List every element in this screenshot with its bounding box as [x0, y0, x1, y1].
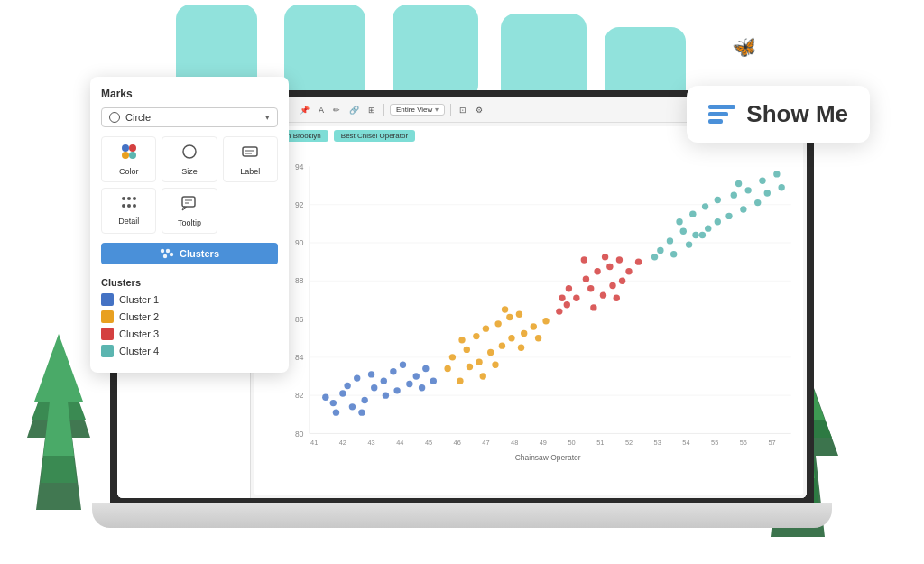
svg-point-86 [502, 306, 508, 312]
svg-point-121 [651, 254, 658, 260]
svg-point-130 [778, 184, 784, 190]
marks-detail-btn[interactable]: Detail [101, 188, 156, 234]
svg-text:86: 86 [295, 315, 304, 324]
svg-text:56: 56 [740, 439, 747, 447]
toolbar-grid[interactable]: ⊞ [365, 105, 378, 116]
svg-point-79 [444, 365, 450, 372]
svg-point-52 [383, 392, 389, 398]
toolbar-sep-1 [291, 104, 291, 116]
svg-point-125 [754, 199, 761, 206]
svg-text:94: 94 [295, 162, 304, 171]
svg-text:88: 88 [295, 276, 304, 285]
svg-point-143 [122, 204, 125, 208]
svg-text:55: 55 [711, 439, 718, 447]
svg-point-99 [566, 285, 572, 291]
svg-text:46: 46 [454, 439, 461, 447]
toolbar-fit[interactable]: ⊡ [457, 105, 469, 116]
svg-point-116 [702, 203, 708, 209]
svg-text:84: 84 [295, 353, 304, 362]
marks-tooltip-label: Tooltip [178, 218, 201, 227]
marks-circle-icon [109, 112, 120, 123]
svg-point-66 [449, 354, 456, 360]
toolbar-settings[interactable]: ⚙ [473, 105, 485, 116]
svg-text:43: 43 [367, 439, 374, 447]
toolbar-link[interactable]: 🔗 [346, 105, 362, 116]
svg-point-74 [508, 335, 514, 341]
svg-point-110 [657, 247, 663, 254]
svg-text:51: 51 [596, 439, 604, 447]
tree-left [18, 329, 99, 510]
svg-point-87 [457, 378, 463, 384]
marks-color-btn[interactable]: Color [101, 136, 156, 182]
svg-point-70 [487, 349, 494, 356]
svg-point-113 [705, 225, 711, 231]
svg-point-83 [535, 335, 541, 341]
svg-point-97 [606, 264, 613, 270]
clusters-legend-title: Clusters [101, 277, 278, 288]
cluster-4-label: Cluster 4 [119, 346, 159, 356]
svg-point-63 [400, 362, 406, 368]
marks-detail-label: Detail [118, 217, 139, 226]
cluster-4-swatch [101, 345, 114, 357]
svg-text:44: 44 [396, 439, 403, 447]
marks-panel-title: Marks [101, 88, 278, 100]
svg-rect-146 [182, 197, 195, 207]
svg-point-111 [692, 232, 698, 238]
svg-point-46 [339, 390, 346, 396]
svg-point-45 [330, 400, 337, 406]
bg-bar-3 [393, 5, 478, 99]
svg-point-134 [122, 152, 129, 159]
marks-type-dropdown[interactable]: Circle ▾ [101, 107, 278, 127]
svg-point-82 [518, 345, 524, 351]
toolbar-pin[interactable]: 📌 [297, 105, 312, 116]
svg-point-150 [161, 249, 164, 253]
svg-point-56 [406, 381, 412, 387]
svg-point-151 [166, 249, 170, 253]
clusters-button[interactable]: Clusters [101, 243, 278, 264]
svg-point-142 [133, 197, 136, 200]
cluster-2-swatch [101, 310, 114, 323]
marks-buttons-grid: Color Size Label [101, 136, 278, 234]
svg-text:53: 53 [654, 439, 661, 447]
svg-point-50 [354, 374, 360, 381]
view-dropdown[interactable]: Entire View ▾ [390, 104, 445, 116]
svg-point-145 [133, 204, 136, 208]
cluster-3-swatch [101, 328, 114, 340]
show-me-icon [708, 105, 735, 124]
svg-point-105 [602, 254, 608, 260]
svg-point-106 [581, 256, 587, 263]
svg-text:90: 90 [295, 238, 304, 247]
svg-point-88 [480, 373, 486, 379]
marks-size-label: Size [181, 167, 198, 176]
svg-point-92 [600, 291, 606, 298]
svg-point-84 [542, 318, 549, 324]
laptop-base [92, 503, 832, 528]
svg-point-127 [735, 180, 742, 187]
cluster-1-swatch [101, 293, 114, 306]
svg-point-94 [609, 282, 615, 289]
marks-label-label: Label [240, 167, 260, 176]
show-me-panel[interactable]: Show Me [687, 86, 870, 143]
svg-point-122 [670, 251, 677, 257]
toolbar-sep-2 [383, 104, 384, 116]
svg-point-64 [430, 378, 437, 384]
svg-point-53 [368, 371, 374, 377]
toolbar-edit[interactable]: ✏ [330, 105, 343, 116]
svg-point-141 [127, 197, 131, 200]
toolbar-text[interactable]: A [316, 105, 327, 116]
marks-size-btn[interactable]: Size [162, 136, 217, 182]
marks-dropdown-arrow-icon: ▾ [265, 113, 270, 122]
marks-tooltip-btn[interactable]: Tooltip [162, 188, 217, 234]
svg-point-144 [127, 204, 131, 208]
svg-point-136 [183, 145, 196, 158]
svg-point-67 [464, 347, 470, 353]
marks-panel: Marks Circle ▾ Color [90, 77, 289, 373]
cluster-item-2: Cluster 2 [101, 310, 278, 323]
svg-point-76 [521, 330, 527, 337]
svg-point-120 [731, 191, 737, 198]
svg-point-104 [616, 256, 623, 263]
svg-text:50: 50 [568, 439, 575, 447]
marks-label-btn[interactable]: Label [223, 136, 278, 182]
svg-point-61 [358, 409, 365, 415]
svg-marker-147 [182, 207, 187, 210]
